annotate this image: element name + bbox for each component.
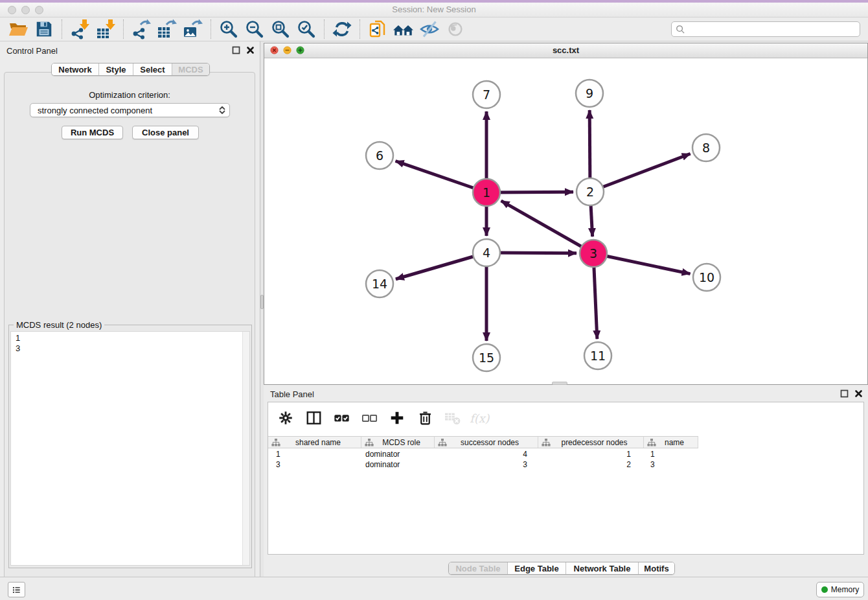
apply-function-button[interactable]: f(x)	[470, 408, 492, 429]
node-1[interactable]: 1	[473, 179, 500, 206]
node-4[interactable]: 4	[473, 239, 500, 266]
node-14[interactable]: 14	[366, 270, 393, 297]
tab-node-table[interactable]: Node Table	[449, 562, 508, 574]
node-label: 6	[376, 148, 383, 163]
toolbar-separator	[360, 19, 360, 39]
table-panel: Table Panel f(x) shared nameMCDS rolesuc…	[264, 385, 868, 577]
node-3[interactable]: 3	[580, 240, 607, 267]
zoom-selected-button[interactable]	[293, 18, 319, 40]
tab-select[interactable]: Select	[133, 63, 172, 75]
search-input[interactable]	[685, 24, 856, 34]
tab-style[interactable]: Style	[99, 63, 133, 75]
zoom-in-button[interactable]	[216, 18, 242, 40]
column-header-successor-nodes[interactable]: successor nodes	[435, 437, 538, 448]
toolbar-separator	[324, 19, 325, 39]
tab-network[interactable]: Network	[52, 63, 99, 75]
add-row-button[interactable]	[386, 408, 408, 429]
delete-row-button[interactable]	[414, 408, 436, 429]
open-folder-button[interactable]	[5, 18, 31, 40]
node-6[interactable]: 6	[366, 142, 393, 169]
float-table-panel-icon[interactable]	[840, 389, 849, 398]
table-settings-button[interactable]	[275, 408, 297, 429]
memory-button[interactable]: Memory	[816, 582, 864, 597]
close-network-icon[interactable]	[270, 46, 279, 54]
first-neighbors-button[interactable]	[391, 18, 417, 40]
duplicate-network-button[interactable]	[365, 18, 391, 40]
control-panel-tabs: NetworkStyleSelectMCDS	[51, 63, 210, 76]
hide-selected-button[interactable]	[417, 18, 442, 40]
select-all-rows-button[interactable]	[330, 408, 352, 429]
table-row[interactable]: 3dominator323	[268, 459, 863, 470]
duplicate-network-icon	[367, 19, 388, 40]
network-graph-canvas[interactable]: 7968124314101511	[264, 58, 867, 384]
tab-edge-table[interactable]: Edge Table	[508, 562, 566, 574]
tab-mcds[interactable]: MCDS	[172, 63, 209, 75]
memory-label: Memory	[831, 585, 859, 594]
result-scrollbar[interactable]	[242, 332, 249, 565]
edge-3-10[interactable]	[593, 253, 691, 274]
import-network-icon	[69, 19, 90, 40]
zoom-window-icon[interactable]	[35, 6, 43, 14]
save-session-button[interactable]	[31, 18, 57, 40]
column-header-shared-name[interactable]: shared name	[268, 437, 361, 448]
edge-1-6[interactable]	[396, 161, 486, 192]
node-10[interactable]: 10	[693, 264, 720, 291]
node-15[interactable]: 15	[473, 344, 500, 371]
node-label: 11	[590, 349, 606, 363]
control-panel-titlebar: Control Panel	[0, 41, 260, 60]
minimize-network-icon[interactable]	[283, 46, 291, 54]
run-mcds-button[interactable]: Run MCDS	[62, 126, 123, 139]
show-panels-button[interactable]	[8, 582, 25, 597]
close-window-icon[interactable]	[8, 6, 16, 14]
table-cell: 3	[644, 459, 698, 470]
refresh-layout-button[interactable]	[329, 18, 355, 40]
show-all-button[interactable]	[442, 18, 468, 40]
node-2[interactable]: 2	[577, 178, 604, 205]
tab-motifs[interactable]: Motifs	[639, 562, 674, 574]
minimize-window-icon[interactable]	[21, 6, 30, 14]
horizontal-splitter-handle[interactable]	[552, 382, 567, 385]
node-7[interactable]: 7	[473, 81, 500, 108]
edge-3-1[interactable]	[501, 201, 593, 253]
first-neighbors-icon	[393, 19, 415, 40]
close-table-panel-icon[interactable]	[854, 389, 863, 398]
column-header-predecessor-nodes[interactable]: predecessor nodes	[538, 437, 644, 448]
table-body: 1dominator4113dominator323	[268, 449, 863, 470]
criterion-dropdown[interactable]: strongly connected component	[30, 103, 230, 117]
export-network-button[interactable]	[128, 18, 154, 40]
node-label: 10	[699, 270, 714, 284]
deselect-all-rows-button[interactable]	[358, 408, 380, 429]
zoom-out-button[interactable]	[242, 18, 268, 40]
float-panel-icon[interactable]	[232, 46, 240, 54]
node-label: 3	[589, 246, 597, 260]
zoom-fit-button[interactable]	[268, 18, 293, 40]
mcds-result-textarea[interactable]: 1 3	[10, 331, 250, 566]
close-panel-button[interactable]: Close panel	[132, 126, 199, 139]
window-controls[interactable]	[8, 6, 43, 14]
node-9[interactable]: 9	[576, 80, 603, 107]
delete-table-button[interactable]	[442, 408, 464, 429]
maximize-network-icon[interactable]	[296, 46, 304, 54]
node-label: 8	[702, 141, 710, 155]
toggle-column-button[interactable]	[303, 408, 325, 429]
edge-2-8[interactable]	[590, 154, 691, 192]
table-row[interactable]: 1dominator411	[268, 449, 863, 459]
hierarchy-icon	[438, 439, 447, 446]
network-view-window: scc.txt 7968124314101511	[264, 43, 868, 385]
column-header-name[interactable]: name	[644, 437, 698, 448]
import-table-button[interactable]	[93, 18, 119, 40]
tab-network-table[interactable]: Network Table	[566, 562, 639, 574]
export-table-button[interactable]	[154, 18, 180, 40]
toolbar-separator	[211, 19, 211, 39]
export-image-button[interactable]	[180, 18, 206, 40]
node-8[interactable]: 8	[692, 134, 720, 161]
close-panel-icon[interactable]	[246, 46, 255, 54]
export-network-icon	[131, 19, 152, 40]
column-header-MCDS-role[interactable]: MCDS role	[361, 437, 435, 448]
import-network-button[interactable]	[67, 18, 93, 40]
search-box[interactable]	[671, 21, 860, 37]
node-11[interactable]: 11	[584, 342, 611, 369]
network-window-titlebar[interactable]: scc.txt	[264, 43, 867, 58]
window-title: Session: New Session	[0, 3, 868, 17]
zoom-fit-icon	[270, 19, 291, 40]
